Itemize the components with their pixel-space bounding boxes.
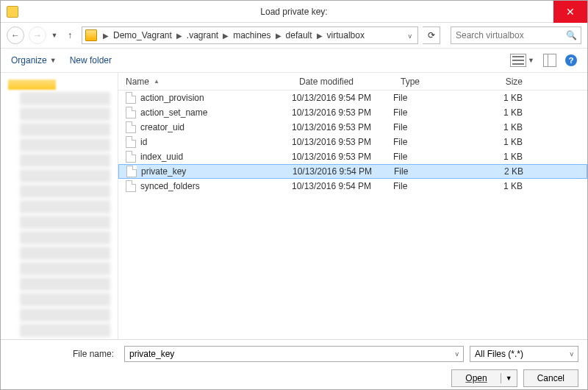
file-name: action_provision [140, 93, 204, 103]
file-size: 1 KB [467, 122, 540, 132]
file-icon [126, 92, 136, 104]
address-dropdown[interactable]: v [406, 30, 415, 40]
file-date: 10/13/2016 9:54 PM [293, 166, 394, 177]
up-button[interactable]: ↑ [62, 28, 77, 43]
search-input[interactable] [456, 30, 566, 40]
organize-menu[interactable]: Organize ▼ [11, 55, 57, 65]
chevron-right-icon: ▶ [101, 32, 110, 40]
folder-icon [85, 29, 97, 41]
file-size: 1 KB [467, 93, 540, 103]
col-date[interactable]: Date modified [292, 77, 393, 87]
column-headers[interactable]: Name ▲ Date modified Type Size [118, 73, 587, 91]
file-size: 1 KB [467, 137, 540, 147]
file-date: 10/13/2016 9:53 PM [292, 107, 393, 118]
refresh-button[interactable]: ⟳ [423, 26, 440, 44]
file-date: 10/13/2016 9:53 PM [292, 152, 393, 162]
new-folder-button[interactable]: New folder [70, 55, 112, 65]
file-date: 10/13/2016 9:53 PM [292, 137, 393, 147]
file-icon [126, 166, 137, 177]
view-menu[interactable]: ▼ [510, 54, 534, 67]
open-button[interactable]: Open ▼ [451, 369, 517, 387]
file-type: File [394, 166, 467, 177]
file-row[interactable]: private_key10/13/2016 9:54 PMFile2 KB [118, 164, 587, 179]
file-name: private_key [141, 166, 186, 177]
sort-indicator-icon: ▲ [154, 78, 159, 85]
file-row[interactable]: synced_folders10/13/2016 9:54 PMFile1 KB [118, 179, 587, 194]
toolbar: Organize ▼ New folder ▼ ? [1, 48, 587, 73]
file-row[interactable]: id10/13/2016 9:53 PMFile1 KB [118, 135, 587, 149]
search-box[interactable]: 🔍 [451, 26, 581, 44]
file-list: Name ▲ Date modified Type Size action_pr… [118, 73, 587, 339]
chevron-down-icon: v [570, 350, 574, 358]
col-name[interactable]: Name [126, 77, 149, 87]
breadcrumb[interactable]: Demo_Vagrant [112, 30, 173, 40]
file-date: 10/13/2016 9:53 PM [292, 122, 393, 132]
file-row[interactable]: action_provision10/13/2016 9:54 PMFile1 … [118, 91, 587, 105]
file-row[interactable]: action_set_name10/13/2016 9:53 PMFile1 K… [118, 105, 587, 120]
chevron-down-icon[interactable]: v [456, 350, 459, 358]
file-icon [126, 180, 136, 192]
chevron-down-icon: ▼ [50, 57, 57, 64]
breadcrumb[interactable]: machines [232, 30, 272, 40]
file-type: File [393, 152, 467, 162]
app-icon [7, 6, 18, 18]
view-icon [510, 54, 526, 67]
file-name: creator_uid [140, 122, 184, 132]
dialog-footer: File name: v All Files (*.*) v Open ▼ Ca… [1, 339, 587, 390]
file-row[interactable]: creator_uid10/13/2016 9:53 PMFile1 KB [118, 120, 587, 135]
folder-tree[interactable] [1, 73, 118, 339]
navbar: ← → ▼ ↑ ▶ Demo_Vagrant ▶ .vagrant ▶ mach… [1, 23, 587, 48]
chevron-right-icon: ▶ [221, 32, 230, 40]
file-date: 10/13/2016 9:54 PM [292, 93, 393, 103]
breadcrumb[interactable]: default [284, 30, 314, 40]
file-type: File [393, 181, 467, 191]
history-dropdown[interactable]: ▼ [51, 26, 58, 44]
filename-combo[interactable]: v [124, 346, 464, 362]
file-filter-label: All Files (*.*) [475, 349, 523, 359]
file-type: File [393, 93, 467, 103]
chevron-right-icon: ▶ [274, 32, 283, 40]
file-icon [126, 151, 136, 163]
file-type: File [393, 137, 467, 147]
file-size: 2 KB [467, 166, 541, 177]
cancel-button[interactable]: Cancel [523, 369, 578, 387]
col-size[interactable]: Size [467, 77, 540, 87]
file-row[interactable]: index_uuid10/13/2016 9:53 PMFile1 KB [118, 149, 587, 164]
file-name: synced_folders [140, 181, 200, 191]
file-size: 1 KB [467, 152, 540, 162]
search-icon: 🔍 [566, 30, 577, 40]
file-date: 10/13/2016 9:54 PM [292, 181, 393, 191]
filename-input[interactable] [129, 349, 456, 359]
file-icon [126, 107, 136, 118]
organize-label: Organize [11, 55, 47, 65]
help-icon[interactable]: ? [565, 54, 577, 66]
file-name: id [140, 137, 147, 147]
dialog-title: Load private key: [1, 7, 587, 17]
file-name: action_set_name [140, 107, 207, 118]
chevron-right-icon: ▶ [175, 32, 184, 40]
breadcrumb[interactable]: .vagrant [185, 30, 220, 40]
preview-pane-button[interactable] [543, 54, 556, 67]
forward-button[interactable]: → [29, 26, 46, 44]
breadcrumb[interactable]: virtualbox [326, 30, 366, 40]
chevron-down-icon: ▼ [528, 57, 534, 64]
col-type[interactable]: Type [393, 77, 467, 87]
file-size: 1 KB [467, 107, 540, 118]
file-size: 1 KB [467, 181, 540, 191]
file-type: File [393, 107, 467, 118]
back-button[interactable]: ← [7, 26, 24, 44]
file-icon [126, 136, 136, 148]
open-label: Open [452, 373, 501, 383]
file-icon [126, 121, 136, 133]
close-button[interactable]: ✕ [553, 1, 587, 23]
address-bar[interactable]: ▶ Demo_Vagrant ▶ .vagrant ▶ machines ▶ d… [82, 26, 418, 44]
chevron-right-icon: ▶ [315, 32, 324, 40]
file-filter-combo[interactable]: All Files (*.*) v [470, 346, 578, 362]
titlebar: Load private key: ✕ [1, 1, 587, 23]
file-name: index_uuid [140, 152, 183, 162]
open-dropdown[interactable]: ▼ [501, 375, 517, 382]
filename-label: File name: [10, 349, 118, 359]
file-type: File [393, 122, 467, 132]
